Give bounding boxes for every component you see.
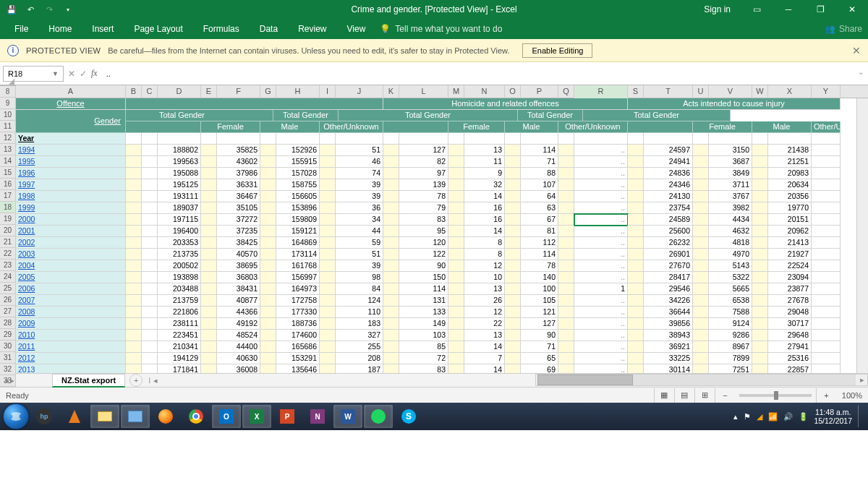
taskbar-vlc-icon[interactable] [60, 405, 89, 428]
page-layout-view-icon[interactable]: ▤ [674, 388, 694, 403]
horizontal-scrollbar[interactable]: ▸ [535, 374, 868, 386]
column-header-Y[interactable]: Y [812, 85, 841, 98]
tab-data[interactable]: Data [250, 19, 288, 39]
row-header-12[interactable]: 12 [0, 132, 15, 144]
column-header-L[interactable]: L [399, 85, 448, 98]
formula-input[interactable]: .. [106, 69, 865, 78]
new-sheet-button[interactable]: + [129, 374, 142, 387]
row-header-23[interactable]: 23 [0, 260, 15, 271]
row-header-30[interactable]: 30 [0, 341, 15, 352]
tray-network-icon[interactable]: ◢ [757, 412, 762, 421]
row-header-29[interactable]: 29 [0, 329, 15, 341]
row-header-8[interactable]: 8 [0, 86, 15, 98]
column-header-M[interactable]: M [448, 85, 464, 98]
tab-page-layout[interactable]: Page Layout [124, 19, 192, 39]
tab-home[interactable]: Home [38, 19, 82, 39]
tab-review[interactable]: Review [288, 19, 336, 39]
taskbar-outlook-icon[interactable]: O [212, 405, 241, 428]
share-button[interactable]: 👥Share [825, 24, 862, 34]
ribbon-display-icon[interactable]: ▭ [741, 0, 773, 19]
column-header-D[interactable]: D [158, 85, 201, 98]
taskbar-onenote-icon[interactable]: N [303, 405, 332, 428]
column-header-K[interactable]: K [383, 85, 399, 98]
start-button[interactable] [3, 403, 29, 429]
vertical-scrollbar[interactable] [856, 98, 868, 373]
column-header-C[interactable]: C [142, 85, 158, 98]
sheet-tab-active[interactable]: NZ.Stat export [52, 374, 125, 388]
column-header-G[interactable]: G [260, 85, 276, 98]
column-header-B[interactable]: B [126, 85, 142, 98]
row-header-28[interactable]: 28 [0, 317, 15, 329]
row-header-18[interactable]: 18 [0, 202, 15, 213]
column-header-W[interactable]: W [752, 85, 768, 98]
spreadsheet-grid[interactable]: 8910111213141516171819202122232425262728… [0, 85, 868, 373]
enable-editing-button[interactable]: Enable Editing [522, 43, 592, 58]
tray-battery-icon[interactable]: 🔋 [799, 412, 808, 421]
taskbar-word-icon[interactable]: W [333, 405, 362, 428]
expand-formula-bar-icon[interactable]: ⌄ [858, 68, 864, 76]
column-header-I[interactable]: I [320, 85, 336, 98]
qat-dropdown-icon[interactable]: ▾ [59, 1, 77, 17]
zoom-out-button[interactable]: − [715, 388, 735, 403]
row-header-9[interactable]: 9 [0, 98, 15, 109]
row-header-11[interactable]: 11 [0, 121, 15, 132]
column-header-A[interactable]: A [16, 85, 126, 98]
taskbar-explorer-icon[interactable] [90, 405, 119, 428]
row-header-14[interactable]: 14 [0, 155, 15, 167]
taskbar-hp-icon[interactable]: hp [30, 405, 59, 428]
tray-flag-icon[interactable]: ⚑ [744, 412, 751, 421]
row-header-17[interactable]: 17 [0, 190, 15, 202]
column-header-X[interactable]: X [768, 85, 812, 98]
zoom-level[interactable]: 100% [842, 391, 862, 400]
show-desktop-button[interactable] [858, 406, 864, 427]
taskbar-spotify-icon[interactable] [364, 405, 393, 428]
row-header-22[interactable]: 22 [0, 248, 15, 260]
cells[interactable]: OffenceHomicide and related offencesActs… [16, 98, 868, 373]
column-header-O[interactable]: O [505, 85, 521, 98]
fx-icon[interactable]: fx [91, 68, 98, 79]
redo-icon[interactable]: ↷ [41, 1, 58, 17]
row-header-10[interactable]: 10 [0, 109, 15, 121]
column-header-F[interactable]: F [217, 85, 260, 98]
select-all-button[interactable] [0, 85, 16, 86]
taskbar-clock[interactable]: 11:48 a.m.15/12/2017 [814, 408, 852, 425]
cancel-icon[interactable]: ✕ [68, 69, 75, 79]
save-icon[interactable]: 💾 [3, 1, 20, 17]
undo-icon[interactable]: ↶ [22, 1, 39, 17]
tab-file[interactable]: File [4, 19, 38, 39]
taskbar-chrome-icon[interactable] [182, 405, 210, 428]
row-header-27[interactable]: 27 [0, 306, 15, 317]
taskbar-powerpoint-icon[interactable]: P [273, 405, 302, 428]
tab-view[interactable]: View [337, 19, 376, 39]
column-header-Q[interactable]: Q [558, 85, 574, 98]
tab-insert[interactable]: Insert [82, 19, 124, 39]
taskbar-skype-icon[interactable]: S [394, 405, 423, 428]
row-header-13[interactable]: 13 [0, 144, 15, 155]
normal-view-icon[interactable]: ▦ [654, 388, 674, 403]
row-header-24[interactable]: 24 [0, 271, 15, 283]
column-header-T[interactable]: T [644, 85, 693, 98]
column-header-R[interactable]: R [574, 85, 628, 98]
sign-in-button[interactable]: Sign in [694, 4, 741, 14]
confirm-icon[interactable]: ✓ [80, 69, 87, 79]
row-header-19[interactable]: 19 [0, 213, 15, 225]
minimize-button[interactable]: ─ [773, 0, 804, 19]
sheet-nav-buttons[interactable]: ◂▸ [0, 374, 52, 387]
close-button[interactable]: ✕ [836, 0, 868, 19]
page-break-view-icon[interactable]: ⊞ [694, 388, 715, 403]
taskbar-excel-icon[interactable]: X [242, 405, 271, 428]
column-header-U[interactable]: U [693, 85, 709, 98]
hscroll-split[interactable]: ⁞ ◂ [142, 374, 163, 387]
system-tray[interactable]: ▴ ⚑ ◢ 📶 🔊 🔋 11:48 a.m.15/12/2017 [732, 406, 865, 427]
column-header-H[interactable]: H [276, 85, 320, 98]
column-header-N[interactable]: N [464, 85, 505, 98]
tray-wifi-icon[interactable]: 📶 [768, 412, 778, 421]
row-header-21[interactable]: 21 [0, 236, 15, 248]
row-header-25[interactable]: 25 [0, 283, 15, 294]
row-header-26[interactable]: 26 [0, 294, 15, 306]
taskbar-firefox-icon[interactable] [151, 405, 180, 428]
taskbar-libraries-icon[interactable] [121, 405, 150, 428]
row-header-31[interactable]: 31 [0, 352, 15, 364]
column-header-E[interactable]: E [201, 85, 217, 98]
column-header-V[interactable]: V [709, 85, 752, 98]
